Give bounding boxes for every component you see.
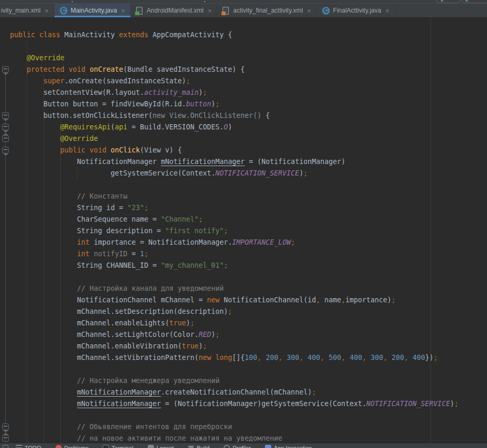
fold-marker-icon[interactable] — [2, 112, 9, 119]
tool-window-label: Terminal — [112, 445, 134, 448]
code-line[interactable]: button.setOnClickListener(new View.OnCli… — [0, 110, 487, 122]
code-line[interactable]: @Override — [0, 52, 487, 64]
code-line[interactable]: mNotificationManager = (NotificationMana… — [0, 398, 487, 410]
code-line[interactable]: mChannel.setDescription(description); — [0, 306, 487, 318]
code-token-pun: ; — [392, 296, 396, 304]
code-token-def: []{ — [232, 354, 245, 362]
code-line[interactable]: mChannel.enableVibration(true); — [0, 341, 487, 352]
code-token-cst: activity_main — [144, 89, 198, 96]
code-token-def — [408, 354, 413, 362]
tool-window-button-todo[interactable]: TODO — [16, 445, 41, 448]
tab-close-icon[interactable]: × — [385, 7, 390, 14]
code-line[interactable]: protected void onCreate(Bundle savedInst… — [0, 64, 487, 75]
code-token-pun: , — [320, 354, 325, 362]
code-line[interactable]: super.onCreate(savedInstanceState); — [0, 75, 487, 87]
code-editor[interactable]: public class MainActivity extends AppCom… — [0, 17, 487, 448]
code-token-pun: ; — [228, 308, 232, 315]
code-line[interactable] — [0, 364, 487, 375]
code-token-kw: new long — [198, 354, 232, 362]
tab-finalacttivity-java[interactable]: CFinalActtivity.java× — [317, 4, 395, 17]
code-line[interactable] — [0, 179, 487, 191]
tool-window-button-terminal[interactable]: Terminal — [103, 445, 134, 448]
code-line[interactable]: NotificationManager mNotificationManager… — [0, 156, 487, 168]
code-line[interactable]: int importance = NotificationManager.IMP… — [0, 237, 487, 248]
run-config-chip[interactable] — [436, 0, 460, 3]
code-line[interactable]: // Настройка менеджера уведомлений — [0, 375, 487, 387]
code-token-def — [346, 354, 350, 362]
code-token-pun: ; — [312, 388, 316, 396]
tool-window-icon[interactable] — [3, 445, 8, 448]
tab-androidmanifest-xml[interactable]: AndroidManifest.xml× — [131, 4, 217, 17]
fold-marker-icon[interactable] — [2, 423, 9, 430]
code-area[interactable]: public class MainActivity extends AppCom… — [0, 18, 487, 444]
code-line[interactable]: mChannel.setLightColor(Color.RED); — [0, 329, 487, 341]
manifest-file-icon — [136, 7, 142, 15]
tool-window-button-logcat[interactable]: Logcat — [148, 445, 174, 448]
code-token-def: setContentView(R.layout. — [10, 89, 144, 96]
fold-marker-icon[interactable] — [2, 147, 9, 154]
code-token-pun: ; — [144, 250, 148, 258]
layout-xml-file-icon — [223, 7, 229, 15]
code-line[interactable] — [0, 410, 487, 421]
tab-ivity-main-xml[interactable]: ivity_main.xml× — [0, 4, 54, 17]
code-line[interactable]: // Настройка канала для уведомлений — [0, 283, 487, 294]
code-line[interactable]: String id = "23"; — [0, 202, 487, 214]
tab-close-icon[interactable]: × — [45, 7, 49, 14]
code-token-def: String id = — [10, 204, 127, 212]
code-line[interactable]: mChannel.enableLights(true); — [0, 318, 487, 329]
tool-window-button-problems[interactable]: Problems — [56, 445, 88, 448]
tab-close-icon[interactable]: × — [121, 7, 125, 14]
code-line[interactable]: NotificationChannel mChannel = new Notif… — [0, 294, 487, 306]
tool-window-button-app-inspection[interactable]: App Inspection — [265, 445, 312, 448]
code-line[interactable]: public void onClick(View v) { — [0, 145, 487, 156]
code-line[interactable]: setContentView(R.layout.activity_main); — [0, 87, 487, 99]
app-inspection-icon — [265, 445, 271, 448]
code-line[interactable] — [0, 41, 487, 52]
tab-activity-final-acttivity-xml[interactable]: activity_final_acttivity.xml× — [217, 4, 317, 17]
code-line[interactable]: @RequiresApi(api = Build.VERSION_CODES.O… — [0, 122, 487, 133]
main-toolbar-strip — [0, 0, 487, 4]
tab-close-icon[interactable]: × — [307, 7, 312, 14]
code-line[interactable]: public class MainActivity extends AppCom… — [0, 29, 487, 41]
fold-marker-icon[interactable] — [2, 435, 9, 442]
code-token-def: = — [127, 250, 140, 258]
code-token-cst: button — [186, 100, 211, 108]
code-token-def — [388, 354, 392, 362]
tab-label: MainActivity.java — [71, 7, 117, 14]
code-line[interactable]: @Override — [0, 133, 487, 145]
tab-close-icon[interactable]: × — [208, 7, 212, 14]
tab-mainactivity-java[interactable]: CMainActivity.java× — [54, 4, 131, 17]
code-line[interactable] — [0, 18, 487, 29]
device-chip[interactable] — [462, 0, 487, 3]
tool-window-button-profiler[interactable]: Profiler — [224, 445, 251, 448]
code-token-str: "23" — [127, 204, 144, 212]
code-token-def — [10, 400, 77, 408]
code-token-def — [10, 238, 77, 246]
code-line[interactable]: // Обьявление интентов для переброски — [0, 421, 487, 433]
code-line[interactable]: int notifyID = 1; — [0, 248, 487, 260]
code-token-num: 400 — [350, 354, 362, 362]
code-token-def: CharSequence name = — [10, 215, 161, 223]
tool-window-label: Logcat — [157, 445, 174, 448]
code-line[interactable]: Button button = findViewById(R.id.button… — [0, 99, 487, 110]
code-line[interactable]: mNotificationManager.createNotificationC… — [0, 387, 487, 398]
code-line[interactable]: getSystemService(Context.NOTIFICATION_SE… — [0, 168, 487, 179]
code-token-def — [10, 135, 60, 143]
code-line[interactable]: String description = "first notify"; — [0, 225, 487, 237]
tool-window-button-build[interactable]: Build — [188, 445, 209, 448]
tab-label: ivity_main.xml — [1, 7, 40, 14]
fold-marker-icon[interactable] — [2, 124, 9, 130]
code-line[interactable]: mChannel.setVibrationPattern(new long[]{… — [0, 352, 487, 364]
code-token-def — [10, 377, 77, 385]
code-line[interactable]: String CHANNEL_ID = "my_channel_01"; — [0, 260, 487, 271]
fold-marker-icon[interactable] — [2, 66, 9, 73]
code-line[interactable]: CharSequence name = "Channel"; — [0, 214, 487, 225]
fold-marker-icon[interactable] — [2, 135, 9, 142]
tool-window-bar: TODOProblemsTerminalLogcatBuildProfilerA… — [0, 443, 487, 448]
code-token-num: 400 — [413, 354, 425, 362]
code-token-mth: onClick — [110, 146, 140, 154]
code-line[interactable] — [0, 271, 487, 283]
tool-window-label: TODO — [25, 445, 41, 448]
code-token-def: NotificationChannel mChannel = — [10, 296, 207, 304]
code-line[interactable]: // Константы — [0, 191, 487, 202]
